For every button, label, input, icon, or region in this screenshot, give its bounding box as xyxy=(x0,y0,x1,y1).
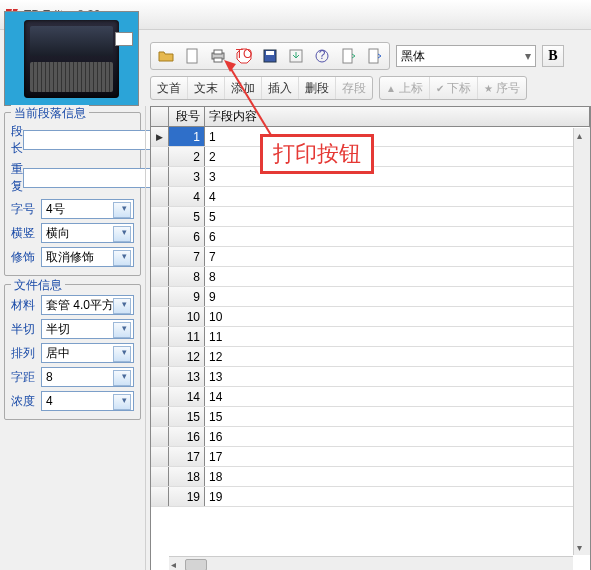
row-indicator xyxy=(151,247,169,266)
doc-start-button[interactable]: 文首 xyxy=(151,77,188,99)
font-size-combo[interactable]: 4号 xyxy=(41,199,134,219)
table-row[interactable]: 55 xyxy=(151,207,590,227)
table-row[interactable]: 1313 xyxy=(151,367,590,387)
density-combo[interactable]: 4 xyxy=(41,391,134,411)
table-row[interactable]: 1919 xyxy=(151,487,590,507)
table-row[interactable]: 1212 xyxy=(151,347,590,367)
file-panel: 文件信息 材料 套管 4.0平方 半切 半切 排列 居中 字距 8 浓度 4 xyxy=(4,284,141,420)
table-row[interactable]: 1515 xyxy=(151,407,590,427)
table-row[interactable]: 1616 xyxy=(151,427,590,447)
sequence-button[interactable]: ★序号 xyxy=(478,77,526,99)
table-row[interactable]: 77 xyxy=(151,247,590,267)
svg-rect-12 xyxy=(369,49,378,63)
doc-end-button[interactable]: 文末 xyxy=(188,77,225,99)
table-row[interactable]: 88 xyxy=(151,267,590,287)
row-indicator xyxy=(151,127,169,146)
cell-content[interactable]: 8 xyxy=(205,267,590,286)
table-row[interactable]: 1414 xyxy=(151,387,590,407)
col-content[interactable]: 字段内容 xyxy=(205,107,590,126)
svg-rect-11 xyxy=(343,49,352,63)
new-button[interactable] xyxy=(180,45,204,67)
length-label: 段长 xyxy=(11,123,23,157)
table-row[interactable]: 44 xyxy=(151,187,590,207)
import-button[interactable] xyxy=(284,45,308,67)
cell-seg-num: 17 xyxy=(169,447,205,466)
print-button[interactable] xyxy=(206,45,230,67)
align-combo[interactable]: 居中 xyxy=(41,343,134,363)
vertical-scrollbar[interactable] xyxy=(573,128,590,555)
open-button[interactable] xyxy=(154,45,178,67)
table-row[interactable]: 1111 xyxy=(151,327,590,347)
table-row[interactable]: 1717 xyxy=(151,447,590,467)
cell-seg-num: 18 xyxy=(169,467,205,486)
row-indicator xyxy=(151,147,169,166)
insert-button[interactable]: 插入 xyxy=(262,77,299,99)
row-indicator xyxy=(151,407,169,426)
subscript-button[interactable]: ✔下标 xyxy=(430,77,478,99)
row-indicator xyxy=(151,327,169,346)
row-indicator xyxy=(151,367,169,386)
file-panel-title: 文件信息 xyxy=(11,277,65,294)
cell-content[interactable]: 18 xyxy=(205,467,590,486)
col-seg-num[interactable]: 段号 xyxy=(169,107,205,126)
cell-seg-num: 3 xyxy=(169,167,205,186)
paragraph-panel-title: 当前段落信息 xyxy=(11,105,89,122)
export-csv-button[interactable] xyxy=(336,45,360,67)
cell-content[interactable]: 17 xyxy=(205,447,590,466)
row-indicator xyxy=(151,387,169,406)
export-file-button[interactable] xyxy=(362,45,386,67)
cell-seg-num: 10 xyxy=(169,307,205,326)
save-seg-button[interactable]: 存段 xyxy=(336,77,372,99)
table-row[interactable]: 1010 xyxy=(151,307,590,327)
superscript-button[interactable]: ▲上标 xyxy=(380,77,430,99)
cell-content[interactable]: 15 xyxy=(205,407,590,426)
font-select[interactable]: 黑体 xyxy=(396,45,536,67)
add-button[interactable]: 添加 xyxy=(225,77,262,99)
font-select-value: 黑体 xyxy=(401,48,425,65)
material-label: 材料 xyxy=(11,297,41,314)
table-row[interactable]: 66 xyxy=(151,227,590,247)
cut-combo[interactable]: 半切 xyxy=(41,319,134,339)
cell-content[interactable]: 5 xyxy=(205,207,590,226)
orient-combo[interactable]: 横向 xyxy=(41,223,134,243)
svg-rect-7 xyxy=(266,51,274,55)
cell-content[interactable]: 11 xyxy=(205,327,590,346)
cell-content[interactable]: 19 xyxy=(205,487,590,506)
cell-seg-num: 8 xyxy=(169,267,205,286)
spacing-combo[interactable]: 8 xyxy=(41,367,134,387)
cell-content[interactable]: 7 xyxy=(205,247,590,266)
cell-seg-num: 14 xyxy=(169,387,205,406)
delete-seg-button[interactable]: 删段 xyxy=(299,77,336,99)
bold-button[interactable]: B xyxy=(542,45,564,67)
decor-combo[interactable]: 取消修饰 xyxy=(41,247,134,267)
density-label: 浓度 xyxy=(11,393,41,410)
row-indicator xyxy=(151,447,169,466)
row-indicator xyxy=(151,427,169,446)
cell-content[interactable]: 9 xyxy=(205,287,590,306)
svg-rect-2 xyxy=(214,50,222,54)
row-indicator xyxy=(151,487,169,506)
cell-content[interactable]: 12 xyxy=(205,347,590,366)
cell-content[interactable]: 14 xyxy=(205,387,590,406)
cell-content[interactable]: 13 xyxy=(205,367,590,386)
svg-rect-3 xyxy=(214,58,222,62)
row-indicator xyxy=(151,467,169,486)
table-row[interactable]: 1818 xyxy=(151,467,590,487)
stop-button[interactable]: STOP xyxy=(232,45,256,67)
cell-content[interactable]: 16 xyxy=(205,427,590,446)
svg-text:STOP: STOP xyxy=(236,48,252,61)
material-combo[interactable]: 套管 4.0平方 xyxy=(41,295,134,315)
cell-content[interactable]: 4 xyxy=(205,187,590,206)
help-button[interactable]: ? xyxy=(310,45,334,67)
cell-seg-num: 7 xyxy=(169,247,205,266)
device-icon xyxy=(24,20,119,98)
table-row[interactable]: 99 xyxy=(151,287,590,307)
cell-content[interactable]: 6 xyxy=(205,227,590,246)
horizontal-scrollbar[interactable] xyxy=(169,556,573,570)
orient-label: 横竖 xyxy=(11,225,41,242)
save-button[interactable] xyxy=(258,45,282,67)
cell-content[interactable]: 10 xyxy=(205,307,590,326)
cell-seg-num: 16 xyxy=(169,427,205,446)
grid-body[interactable]: 1122334455667788991010111112121313141415… xyxy=(151,127,590,507)
row-indicator xyxy=(151,167,169,186)
